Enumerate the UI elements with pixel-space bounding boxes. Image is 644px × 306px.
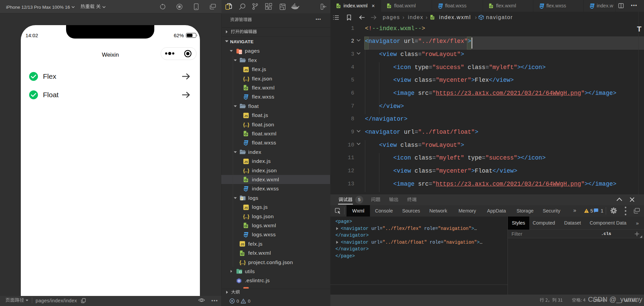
svg-text:{..}: {..} [243,122,249,127]
svg-text:{..}: {..} [243,168,249,173]
svg-text:JS: JS [244,206,248,209]
svg-text:{..}: {..} [243,214,249,219]
svg-text:{..}: {..} [239,260,246,265]
svg-text:JS: JS [244,114,248,117]
svg-text:JS: JS [244,68,248,71]
svg-text:{..}: {..} [243,76,249,81]
svg-text:<>: <> [239,50,242,53]
svg-text:JS: JS [240,243,244,246]
svg-text:JS: JS [244,160,248,163]
